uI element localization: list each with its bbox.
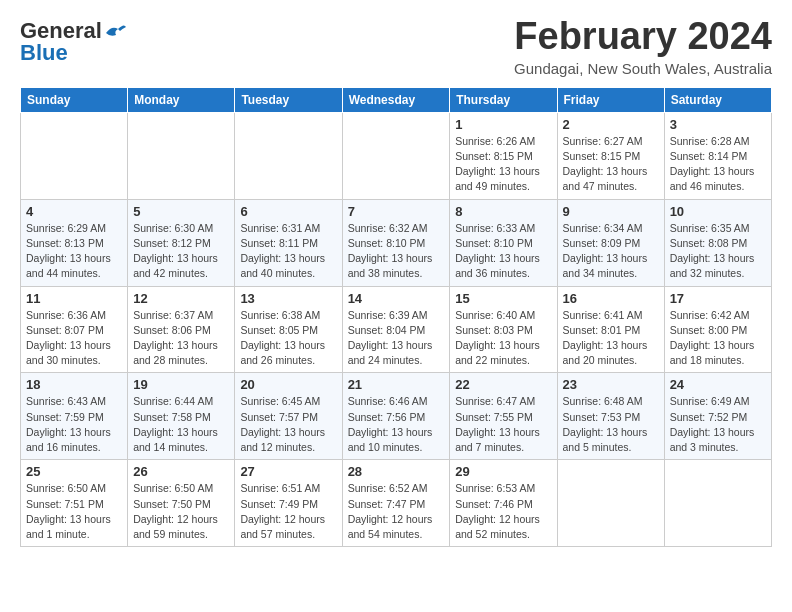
day-info: Sunrise: 6:42 AMSunset: 8:00 PMDaylight:… [670,308,766,369]
day-info: Sunrise: 6:40 AMSunset: 8:03 PMDaylight:… [455,308,551,369]
calendar-cell: 17Sunrise: 6:42 AMSunset: 8:00 PMDayligh… [664,286,771,373]
day-info: Sunrise: 6:51 AMSunset: 7:49 PMDaylight:… [240,481,336,542]
weekday-header: Thursday [450,87,557,112]
day-number: 29 [455,464,551,479]
day-info: Sunrise: 6:50 AMSunset: 7:50 PMDaylight:… [133,481,229,542]
day-number: 13 [240,291,336,306]
calendar-cell: 6Sunrise: 6:31 AMSunset: 8:11 PMDaylight… [235,199,342,286]
day-number: 27 [240,464,336,479]
calendar-cell: 12Sunrise: 6:37 AMSunset: 8:06 PMDayligh… [128,286,235,373]
calendar-cell: 27Sunrise: 6:51 AMSunset: 7:49 PMDayligh… [235,460,342,547]
weekday-header: Friday [557,87,664,112]
calendar-cell [342,112,450,199]
logo: GeneralBlue [20,20,126,64]
calendar-cell: 16Sunrise: 6:41 AMSunset: 8:01 PMDayligh… [557,286,664,373]
day-number: 4 [26,204,122,219]
day-info: Sunrise: 6:35 AMSunset: 8:08 PMDaylight:… [670,221,766,282]
day-number: 14 [348,291,445,306]
day-number: 28 [348,464,445,479]
calendar-cell [128,112,235,199]
weekday-header: Monday [128,87,235,112]
day-info: Sunrise: 6:39 AMSunset: 8:04 PMDaylight:… [348,308,445,369]
day-number: 26 [133,464,229,479]
day-info: Sunrise: 6:44 AMSunset: 7:58 PMDaylight:… [133,394,229,455]
calendar-cell [664,460,771,547]
day-number: 7 [348,204,445,219]
bird-icon [104,23,126,43]
calendar-cell: 24Sunrise: 6:49 AMSunset: 7:52 PMDayligh… [664,373,771,460]
day-number: 6 [240,204,336,219]
calendar-cell: 21Sunrise: 6:46 AMSunset: 7:56 PMDayligh… [342,373,450,460]
day-number: 17 [670,291,766,306]
calendar-cell [557,460,664,547]
day-number: 22 [455,377,551,392]
calendar-week-row: 1Sunrise: 6:26 AMSunset: 8:15 PMDaylight… [21,112,772,199]
weekday-header: Saturday [664,87,771,112]
calendar-cell: 13Sunrise: 6:38 AMSunset: 8:05 PMDayligh… [235,286,342,373]
calendar-cell: 2Sunrise: 6:27 AMSunset: 8:15 PMDaylight… [557,112,664,199]
location-title: Gundagai, New South Wales, Australia [514,60,772,77]
day-info: Sunrise: 6:47 AMSunset: 7:55 PMDaylight:… [455,394,551,455]
day-number: 2 [563,117,659,132]
calendar-week-row: 25Sunrise: 6:50 AMSunset: 7:51 PMDayligh… [21,460,772,547]
day-info: Sunrise: 6:27 AMSunset: 8:15 PMDaylight:… [563,134,659,195]
header: GeneralBlue February 2024 Gundagai, New … [20,16,772,77]
calendar-cell: 10Sunrise: 6:35 AMSunset: 8:08 PMDayligh… [664,199,771,286]
day-info: Sunrise: 6:50 AMSunset: 7:51 PMDaylight:… [26,481,122,542]
calendar-cell: 8Sunrise: 6:33 AMSunset: 8:10 PMDaylight… [450,199,557,286]
calendar-cell: 23Sunrise: 6:48 AMSunset: 7:53 PMDayligh… [557,373,664,460]
calendar-cell: 7Sunrise: 6:32 AMSunset: 8:10 PMDaylight… [342,199,450,286]
weekday-header: Wednesday [342,87,450,112]
day-number: 11 [26,291,122,306]
day-number: 23 [563,377,659,392]
day-info: Sunrise: 6:31 AMSunset: 8:11 PMDaylight:… [240,221,336,282]
calendar-cell: 28Sunrise: 6:52 AMSunset: 7:47 PMDayligh… [342,460,450,547]
day-info: Sunrise: 6:29 AMSunset: 8:13 PMDaylight:… [26,221,122,282]
calendar-cell: 14Sunrise: 6:39 AMSunset: 8:04 PMDayligh… [342,286,450,373]
day-info: Sunrise: 6:34 AMSunset: 8:09 PMDaylight:… [563,221,659,282]
day-number: 24 [670,377,766,392]
day-number: 20 [240,377,336,392]
day-number: 5 [133,204,229,219]
calendar-cell [21,112,128,199]
day-number: 18 [26,377,122,392]
day-info: Sunrise: 6:36 AMSunset: 8:07 PMDaylight:… [26,308,122,369]
day-info: Sunrise: 6:38 AMSunset: 8:05 PMDaylight:… [240,308,336,369]
calendar-cell: 9Sunrise: 6:34 AMSunset: 8:09 PMDaylight… [557,199,664,286]
calendar-cell: 15Sunrise: 6:40 AMSunset: 8:03 PMDayligh… [450,286,557,373]
calendar-week-row: 11Sunrise: 6:36 AMSunset: 8:07 PMDayligh… [21,286,772,373]
day-info: Sunrise: 6:52 AMSunset: 7:47 PMDaylight:… [348,481,445,542]
day-info: Sunrise: 6:33 AMSunset: 8:10 PMDaylight:… [455,221,551,282]
day-info: Sunrise: 6:28 AMSunset: 8:14 PMDaylight:… [670,134,766,195]
day-number: 21 [348,377,445,392]
calendar-week-row: 18Sunrise: 6:43 AMSunset: 7:59 PMDayligh… [21,373,772,460]
day-info: Sunrise: 6:49 AMSunset: 7:52 PMDaylight:… [670,394,766,455]
calendar-week-row: 4Sunrise: 6:29 AMSunset: 8:13 PMDaylight… [21,199,772,286]
day-info: Sunrise: 6:45 AMSunset: 7:57 PMDaylight:… [240,394,336,455]
day-info: Sunrise: 6:43 AMSunset: 7:59 PMDaylight:… [26,394,122,455]
day-info: Sunrise: 6:30 AMSunset: 8:12 PMDaylight:… [133,221,229,282]
calendar-cell: 4Sunrise: 6:29 AMSunset: 8:13 PMDaylight… [21,199,128,286]
calendar-cell: 26Sunrise: 6:50 AMSunset: 7:50 PMDayligh… [128,460,235,547]
weekday-header: Sunday [21,87,128,112]
day-info: Sunrise: 6:48 AMSunset: 7:53 PMDaylight:… [563,394,659,455]
day-info: Sunrise: 6:53 AMSunset: 7:46 PMDaylight:… [455,481,551,542]
calendar-table: SundayMondayTuesdayWednesdayThursdayFrid… [20,87,772,547]
calendar-cell: 22Sunrise: 6:47 AMSunset: 7:55 PMDayligh… [450,373,557,460]
calendar-header-row: SundayMondayTuesdayWednesdayThursdayFrid… [21,87,772,112]
day-number: 10 [670,204,766,219]
calendar-cell: 18Sunrise: 6:43 AMSunset: 7:59 PMDayligh… [21,373,128,460]
day-info: Sunrise: 6:32 AMSunset: 8:10 PMDaylight:… [348,221,445,282]
day-number: 9 [563,204,659,219]
day-info: Sunrise: 6:46 AMSunset: 7:56 PMDaylight:… [348,394,445,455]
calendar-cell: 5Sunrise: 6:30 AMSunset: 8:12 PMDaylight… [128,199,235,286]
day-number: 1 [455,117,551,132]
calendar-cell: 20Sunrise: 6:45 AMSunset: 7:57 PMDayligh… [235,373,342,460]
day-info: Sunrise: 6:37 AMSunset: 8:06 PMDaylight:… [133,308,229,369]
calendar-cell: 25Sunrise: 6:50 AMSunset: 7:51 PMDayligh… [21,460,128,547]
calendar-cell: 29Sunrise: 6:53 AMSunset: 7:46 PMDayligh… [450,460,557,547]
day-number: 25 [26,464,122,479]
title-block: February 2024 Gundagai, New South Wales,… [514,16,772,77]
month-title: February 2024 [514,16,772,58]
calendar-cell: 3Sunrise: 6:28 AMSunset: 8:14 PMDaylight… [664,112,771,199]
